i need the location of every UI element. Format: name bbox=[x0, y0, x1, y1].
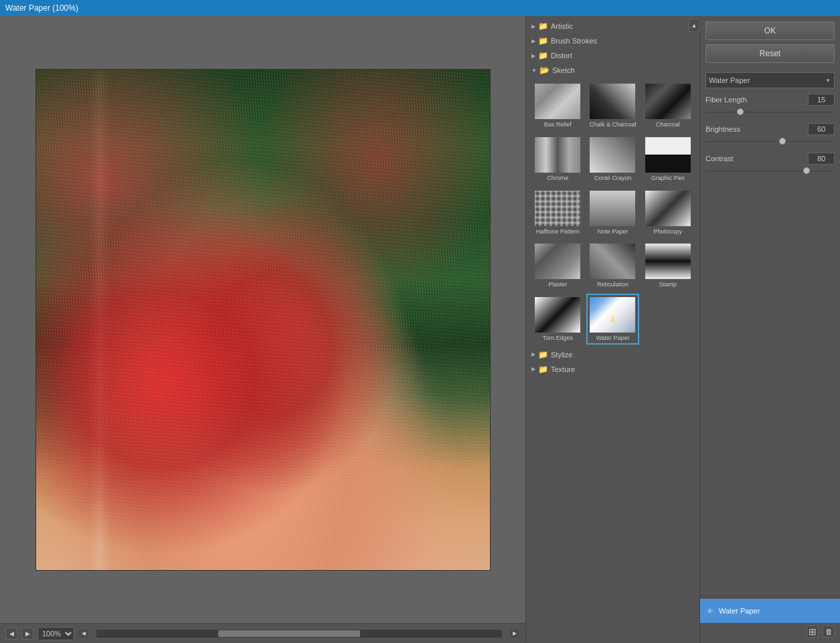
torn-edges-thumbnail bbox=[534, 296, 581, 333]
brightness-header: Brightness bbox=[705, 123, 835, 135]
brightness-slider[interactable] bbox=[705, 141, 835, 143]
collapse-panel-button[interactable]: ▲ bbox=[689, 19, 699, 32]
filter-charcoal[interactable]: Charcoal bbox=[642, 80, 694, 131]
scrollbar-thumb[interactable] bbox=[218, 630, 360, 637]
horizontal-scrollbar[interactable] bbox=[96, 629, 503, 638]
filter-torn-edges[interactable]: Torn Edges bbox=[531, 294, 584, 345]
brightness-row: Brightness bbox=[705, 123, 835, 146]
filter-select-wrapper: Water Paper Bas Relief Chalk & Charcoal … bbox=[705, 72, 835, 88]
plaster-thumbnail bbox=[534, 243, 581, 280]
new-layer-effect-button[interactable]: ⊞ bbox=[807, 626, 819, 638]
contrast-label: Contrast bbox=[705, 155, 734, 163]
photocopy-thumbnail bbox=[645, 190, 691, 227]
scroll-right-arrow[interactable]: ▶ bbox=[509, 629, 520, 638]
stylize-label: Stylize bbox=[551, 351, 572, 359]
plaster-label: Plaster bbox=[548, 281, 567, 288]
scroll-left-arrow[interactable]: ◀ bbox=[78, 629, 89, 638]
category-stylize[interactable]: ▶ 📁 Stylize bbox=[526, 347, 699, 362]
bas-relief-thumbnail bbox=[534, 83, 581, 120]
delete-layer-effect-button[interactable]: 🗑 bbox=[823, 626, 835, 638]
filter-water-paper[interactable]: Water Paper bbox=[586, 294, 639, 345]
filter-tree: ▶ 📁 Artistic ▶ 📁 Brush Strokes ▶ 📁 Disto… bbox=[526, 16, 699, 643]
stamp-thumbnail bbox=[645, 243, 691, 280]
filter-halftone[interactable]: Halftone Pattern bbox=[531, 187, 584, 238]
prev-state-button[interactable]: ◀ bbox=[5, 628, 17, 640]
arrow-right-icon: ▶ bbox=[531, 38, 535, 44]
fiber-length-label: Fiber Length bbox=[705, 96, 747, 104]
arrow-right-icon: ▶ bbox=[531, 366, 535, 372]
ok-button[interactable]: OK bbox=[705, 21, 835, 40]
filter-chalk-charcoal[interactable]: Chalk & Charcoal bbox=[586, 80, 639, 131]
category-sketch[interactable]: ▼ 📂 Sketch bbox=[526, 63, 699, 78]
filter-reticulation[interactable]: Reticulation bbox=[586, 240, 639, 291]
bas-relief-label: Bas Relief bbox=[544, 121, 572, 128]
category-brush-strokes[interactable]: ▶ 📁 Brush Strokes bbox=[526, 33, 699, 48]
window-title: Water Paper (100%) bbox=[5, 3, 78, 13]
texture-label: Texture bbox=[551, 365, 575, 373]
filter-plaster[interactable]: Plaster bbox=[531, 240, 584, 291]
folder-icon: 📁 bbox=[538, 21, 548, 31]
filter-stamp[interactable]: Stamp bbox=[642, 240, 694, 291]
conte-crayon-label: Conté Crayon bbox=[594, 175, 632, 182]
brightness-track bbox=[705, 136, 835, 146]
filter-photocopy[interactable]: Photocopy bbox=[642, 187, 694, 238]
right-top-buttons: OK Reset bbox=[700, 16, 840, 68]
photocopy-label: Photocopy bbox=[654, 228, 683, 236]
open-folder-icon: 📂 bbox=[539, 66, 550, 75]
folder-icon: 📁 bbox=[538, 365, 548, 374]
contrast-row: Contrast bbox=[705, 153, 835, 175]
graphic-pen-thumbnail bbox=[645, 136, 691, 173]
contrast-header: Contrast bbox=[705, 153, 835, 165]
fiber-length-slider[interactable] bbox=[705, 111, 835, 113]
title-bar: Water Paper (100%) bbox=[0, 0, 840, 16]
conte-crayon-thumbnail bbox=[589, 136, 636, 173]
arrow-right-icon: ▶ bbox=[531, 53, 535, 59]
chalk-charcoal-thumbnail bbox=[589, 83, 636, 120]
layer-visibility-icon[interactable]: 👁 bbox=[705, 606, 715, 616]
contrast-slider[interactable] bbox=[705, 170, 835, 172]
filter-bas-relief[interactable]: Bas Relief bbox=[531, 80, 584, 131]
fiber-length-header: Fiber Length bbox=[705, 94, 835, 106]
filter-conte-crayon[interactable]: Conté Crayon bbox=[586, 134, 639, 185]
fiber-length-track bbox=[705, 107, 835, 116]
layer-item-water-paper[interactable]: 👁 Water Paper bbox=[700, 599, 840, 623]
next-state-button[interactable]: ▶ bbox=[21, 628, 33, 640]
canvas-wrapper bbox=[0, 16, 525, 623]
canvas-toolbar: ◀ ▶ 100% 50% 200% ◀ ▶ bbox=[0, 623, 525, 643]
chalk-charcoal-label: Chalk & Charcoal bbox=[589, 121, 636, 128]
charcoal-thumbnail bbox=[645, 83, 691, 120]
category-texture[interactable]: ▶ 📁 Texture bbox=[526, 362, 699, 377]
sketch-filter-grid: Bas Relief Chalk & Charcoal Charcoal Chr… bbox=[526, 78, 699, 347]
arrow-right-icon: ▶ bbox=[531, 351, 535, 357]
note-paper-label: Note Paper bbox=[598, 228, 628, 236]
note-paper-thumbnail bbox=[589, 190, 636, 227]
fiber-length-row: Fiber Length bbox=[705, 94, 835, 116]
right-panel: OK Reset Water Paper Bas Relief Chalk & … bbox=[699, 16, 840, 643]
filter-dropdown-row: Water Paper Bas Relief Chalk & Charcoal … bbox=[700, 68, 840, 88]
charcoal-label: Charcoal bbox=[656, 121, 680, 128]
brightness-value[interactable] bbox=[808, 123, 835, 135]
folder-icon: 📁 bbox=[538, 350, 548, 359]
folder-icon: 📁 bbox=[538, 36, 548, 45]
halftone-label: Halftone Pattern bbox=[536, 228, 580, 236]
canvas-image bbox=[35, 69, 491, 571]
category-artistic[interactable]: ▶ 📁 Artistic bbox=[526, 19, 699, 33]
category-distort[interactable]: ▶ 📁 Distort bbox=[526, 48, 699, 63]
arrow-right-icon: ▶ bbox=[531, 23, 535, 29]
fiber-length-value[interactable] bbox=[808, 94, 835, 106]
water-paper-label: Water Paper bbox=[596, 335, 629, 342]
zoom-select[interactable]: 100% 50% 200% bbox=[37, 627, 74, 640]
filter-graphic-pen[interactable]: Graphic Pen bbox=[642, 134, 694, 185]
chrome-label: Chrome bbox=[547, 175, 568, 182]
reset-button[interactable]: Reset bbox=[705, 44, 835, 63]
filter-chrome[interactable]: Chrome bbox=[531, 134, 584, 185]
layer-panel: 👁 Water Paper ⊞ 🗑 bbox=[700, 595, 840, 643]
sketch-label: Sketch bbox=[552, 66, 575, 74]
chrome-thumbnail bbox=[534, 136, 581, 173]
halftone-thumbnail bbox=[534, 190, 581, 227]
distort-label: Distort bbox=[551, 52, 572, 60]
filter-note-paper[interactable]: Note Paper bbox=[586, 187, 639, 238]
filter-select[interactable]: Water Paper Bas Relief Chalk & Charcoal … bbox=[705, 72, 835, 88]
contrast-value[interactable] bbox=[808, 153, 835, 165]
reticulation-thumbnail bbox=[589, 243, 636, 280]
